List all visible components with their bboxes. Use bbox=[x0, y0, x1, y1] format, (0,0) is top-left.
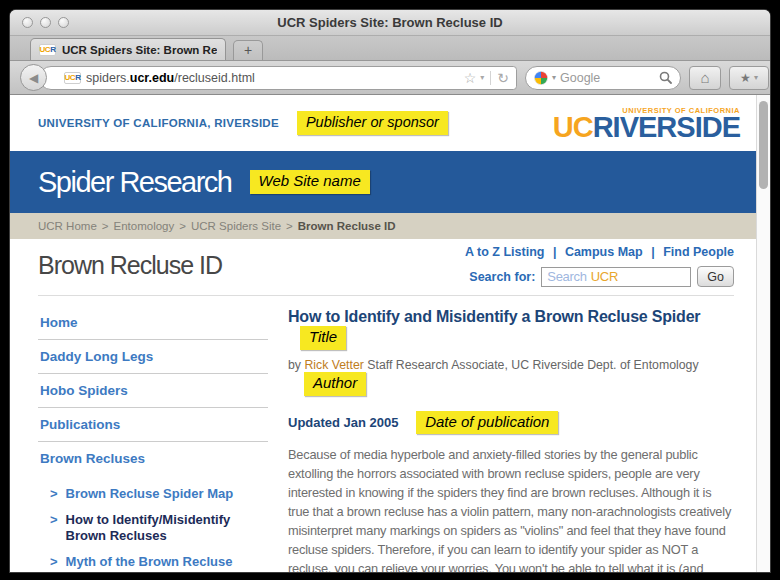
search-engine-dropdown-icon[interactable]: ▾ bbox=[552, 73, 556, 82]
bookmarks-dropdown-icon: ▾ bbox=[754, 73, 758, 82]
main-area: Brown Recluse ID A to Z Listing | Campus… bbox=[10, 239, 756, 572]
magnifier-icon[interactable] bbox=[659, 71, 672, 84]
breadcrumb-separator: > bbox=[286, 220, 293, 232]
annotation-title: Title bbox=[300, 326, 346, 350]
utility-links: A to Z Listing | Campus Map | Find Peopl… bbox=[465, 245, 734, 259]
breadcrumb-current: Brown Recluse ID bbox=[298, 220, 396, 232]
article-body: Because of media hyperbole and anxiety-f… bbox=[288, 445, 734, 572]
web-page: UNIVERSITY OF CALIFORNIA, RIVERSIDE Publ… bbox=[10, 95, 756, 572]
sidebar-subitem-myth[interactable]: > Myth of the Brown Recluse bbox=[38, 549, 268, 572]
browser-search-field[interactable]: ▾ Google bbox=[525, 66, 681, 90]
urlbar-icons: ☆ ▾ ↻ bbox=[464, 70, 509, 86]
link-a-to-z[interactable]: A to Z Listing bbox=[465, 245, 544, 259]
sidebar-sub-list: > Brown Recluse Spider Map > How to Iden… bbox=[38, 481, 268, 572]
site-banner: Spider Research Web Site name bbox=[10, 151, 756, 213]
breadcrumb-separator: > bbox=[102, 220, 109, 232]
page-heading: Brown Recluse ID bbox=[38, 251, 222, 280]
tab-bar: UCR UCR Spiders Site: Brown Reclus... + bbox=[10, 36, 770, 61]
bookmark-star-icon[interactable]: ☆ bbox=[464, 70, 477, 86]
reload-icon[interactable]: ↻ bbox=[497, 70, 509, 86]
sidebar-item-daddy-long-legs[interactable]: Daddy Long Legs bbox=[38, 340, 268, 374]
url-dropdown-icon[interactable]: ▾ bbox=[480, 73, 484, 82]
breadcrumb-link[interactable]: UCR Home bbox=[38, 220, 97, 232]
scrollbar-thumb[interactable] bbox=[759, 101, 768, 189]
logo-riverside-text: RIVERSIDE bbox=[593, 111, 740, 143]
ucr-favicon-icon: UCR bbox=[64, 72, 81, 84]
chevron-right-icon: > bbox=[50, 486, 58, 502]
page-viewport: UNIVERSITY OF CALIFORNIA, RIVERSIDE Publ… bbox=[10, 95, 770, 572]
annotation-site-name: Web Site name bbox=[250, 170, 370, 194]
back-button[interactable]: ◀ bbox=[20, 64, 47, 91]
breadcrumb-link[interactable]: Entomology bbox=[114, 220, 175, 232]
ucr-favicon-icon: UCR bbox=[39, 44, 56, 56]
ucr-logo[interactable]: UCRIVERSIDE UNIVERSITY OF CALIFORNIA bbox=[553, 105, 740, 142]
search-placeholder-site: UCR bbox=[591, 269, 618, 284]
go-button[interactable]: Go bbox=[697, 266, 734, 287]
page-top-row: Brown Recluse ID A to Z Listing | Campus… bbox=[38, 245, 734, 287]
site-name: Spider Research bbox=[38, 166, 232, 199]
url-text: spiders.ucr.edu/recluseid.html bbox=[86, 71, 459, 85]
home-icon: ⌂ bbox=[700, 69, 709, 86]
sidebar-item-brown-recluses[interactable]: Brown Recluses bbox=[38, 442, 268, 475]
logo-uc-text: UC bbox=[553, 111, 593, 143]
google-logo-icon[interactable] bbox=[534, 71, 548, 85]
annotation-author: Author bbox=[304, 372, 366, 396]
article-title-row: How to Identify and Misidentify a Brown … bbox=[288, 308, 734, 350]
chevron-right-icon: > bbox=[50, 554, 58, 570]
browser-search-placeholder: Google bbox=[560, 71, 655, 85]
breadcrumb-separator: > bbox=[179, 220, 186, 232]
breadcrumb-link[interactable]: UCR Spiders Site bbox=[191, 220, 281, 232]
logo-tagline: UNIVERSITY OF CALIFORNIA bbox=[622, 107, 740, 115]
sidebar-nav: Home Daddy Long Legs Hobo Spiders Public… bbox=[38, 306, 268, 572]
home-button[interactable]: ⌂ bbox=[689, 66, 721, 90]
publisher-text: UNIVERSITY OF CALIFORNIA, RIVERSIDE bbox=[38, 117, 279, 129]
window-titlebar: UCR Spiders Site: Brown Recluse ID bbox=[10, 10, 770, 36]
tab-title: UCR Spiders Site: Brown Reclus... bbox=[62, 44, 217, 56]
vertical-scrollbar[interactable] bbox=[756, 95, 770, 572]
zoom-window-button[interactable] bbox=[58, 17, 69, 28]
annotation-date: Date of publication bbox=[416, 411, 558, 435]
author-link[interactable]: Rick Vetter bbox=[304, 358, 363, 373]
sidebar-subitem-identify-misidentify[interactable]: > How to Identify/Misidentify Brown Recl… bbox=[38, 507, 268, 549]
ucr-search-input[interactable]: Search UCR bbox=[541, 267, 691, 287]
breadcrumb: UCR Home > Entomology > UCR Spiders Site… bbox=[10, 213, 756, 239]
utility-separator: | bbox=[553, 245, 557, 259]
sidebar-item-publications[interactable]: Publications bbox=[38, 408, 268, 442]
new-tab-button[interactable]: + bbox=[233, 40, 263, 60]
heading-divider bbox=[38, 295, 734, 296]
article-title: How to Identify and Misidentify a Brown … bbox=[288, 308, 700, 325]
link-find-people[interactable]: Find People bbox=[663, 245, 734, 259]
sidebar-item-hobo-spiders[interactable]: Hobo Spiders bbox=[38, 374, 268, 408]
annotation-publisher: Publisher or sponsor bbox=[297, 111, 448, 134]
search-label: Search for: bbox=[469, 270, 535, 284]
updated-row: Updated Jan 2005 Date of publication bbox=[288, 411, 734, 435]
sidebar-item-home[interactable]: Home bbox=[38, 306, 268, 340]
back-arrow-icon: ◀ bbox=[29, 71, 38, 85]
chevron-right-icon: > bbox=[50, 512, 58, 544]
screenshot-frame: UCR Spiders Site: Brown Recluse ID UCR U… bbox=[0, 0, 780, 580]
article: How to Identify and Misidentify a Brown … bbox=[268, 306, 734, 572]
close-window-button[interactable] bbox=[22, 17, 33, 28]
address-bar[interactable]: UCR spiders.ucr.edu/recluseid.html ☆ ▾ ↻ bbox=[39, 66, 517, 90]
window-title: UCR Spiders Site: Brown Recluse ID bbox=[10, 15, 770, 30]
site-search-row: Search for: Search UCR Go bbox=[465, 266, 734, 287]
utility-block: A to Z Listing | Campus Map | Find Peopl… bbox=[465, 245, 734, 287]
sidebar-subitem-spider-map[interactable]: > Brown Recluse Spider Map bbox=[38, 481, 268, 507]
urlbar-divider bbox=[490, 71, 491, 85]
updated-date: Updated Jan 2005 bbox=[288, 415, 399, 430]
article-byline: by Rick Vetter Staff Research Associate,… bbox=[288, 358, 734, 396]
utility-separator: | bbox=[651, 245, 655, 259]
traffic-lights bbox=[22, 17, 69, 28]
link-campus-map[interactable]: Campus Map bbox=[565, 245, 643, 259]
bookmarks-panel-button[interactable]: ★ ▾ bbox=[729, 66, 769, 90]
tab-ucr-spiders[interactable]: UCR UCR Spiders Site: Brown Reclus... bbox=[30, 38, 226, 60]
minimize-window-button[interactable] bbox=[40, 17, 51, 28]
search-placeholder-word: Search bbox=[547, 269, 586, 284]
navigation-toolbar: ◀ UCR spiders.ucr.edu/recluseid.html ☆ ▾… bbox=[10, 61, 770, 95]
browser-window: UCR Spiders Site: Brown Recluse ID UCR U… bbox=[10, 10, 770, 572]
content-columns: Home Daddy Long Legs Hobo Spiders Public… bbox=[38, 306, 734, 572]
site-header: UNIVERSITY OF CALIFORNIA, RIVERSIDE Publ… bbox=[10, 95, 756, 151]
bookmarks-star-icon: ★ bbox=[740, 71, 751, 85]
